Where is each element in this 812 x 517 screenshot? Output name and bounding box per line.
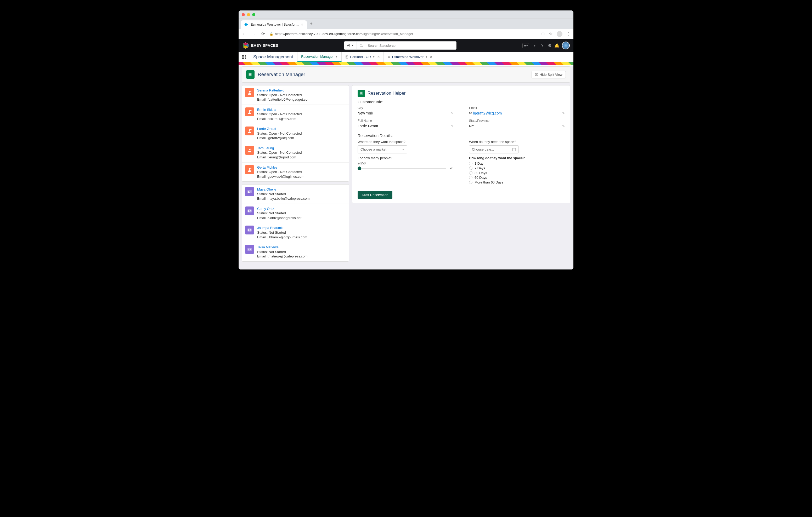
list-item-name[interactable]: Cathy Ortiz <box>257 207 301 211</box>
duration-question: How long do they want the space? <box>469 156 565 160</box>
list-item-name[interactable]: Tallia Matiewe <box>257 245 308 250</box>
list-item[interactable]: Jhumpa Bhaumik Status: Not Started Email… <box>242 223 349 242</box>
add-button[interactable]: ＋ <box>532 43 537 48</box>
nav-tab-reservation-manager[interactable]: Reservation Manager ▼ <box>297 52 342 62</box>
reservation-helper-panel: Reservation Helper Customer Info: City N… <box>352 85 570 203</box>
forward-button[interactable]: → <box>251 32 256 36</box>
hide-split-view-button[interactable]: Hide Split View <box>531 71 566 79</box>
svg-point-5 <box>360 44 362 47</box>
list-item-name[interactable]: Jhumpa Bhaumik <box>257 225 308 230</box>
chevron-down-icon[interactable]: ▼ <box>335 55 338 58</box>
people-question: For how many people? <box>357 156 453 160</box>
duration-radio-group: 1 Day7 Days30 Days60 DaysMore than 60 Da… <box>469 161 565 184</box>
new-tab-button[interactable]: + <box>307 19 316 29</box>
browser-tab[interactable]: Esmeralda Westover | Salesfor… × <box>241 20 307 29</box>
duration-radio-option[interactable]: 60 Days <box>469 176 565 180</box>
search-icon <box>357 44 366 47</box>
nav-tab-esmeralda[interactable]: Esmeralda Westover ▼ ✕ <box>384 52 436 62</box>
email-link[interactable]: lgeratt2@icq.com <box>473 111 502 115</box>
list-item[interactable]: Gerta Pickles Status: Open - Not Contact… <box>242 162 349 182</box>
list-item-name[interactable]: Serena Patterfield <box>257 88 310 93</box>
setup-gear-icon[interactable]: ⚙ <box>547 43 552 48</box>
edit-icon[interactable]: ✎ <box>562 111 565 115</box>
slider-thumb[interactable] <box>357 166 361 170</box>
star-icon[interactable]: ☆ <box>549 31 552 36</box>
svg-rect-9 <box>347 56 348 57</box>
profile-avatar[interactable] <box>557 31 562 37</box>
search-scope-dropdown[interactable]: All ▼ <box>344 41 356 50</box>
nav-tab-portland[interactable]: Portland - OR ▼ ✕ <box>342 52 383 62</box>
window-min-dot[interactable] <box>247 13 250 16</box>
radio-icon <box>469 162 472 165</box>
state-value: NY <box>469 124 474 128</box>
list-item-name[interactable]: Maya Obelle <box>257 187 310 192</box>
state-label: State/Province <box>469 119 565 123</box>
page-icon <box>246 70 255 79</box>
search-input[interactable] <box>366 44 457 48</box>
help-icon[interactable]: ? <box>540 43 545 48</box>
notifications-bell-icon[interactable]: 🔔 <box>555 43 559 48</box>
helper-title: Reservation Helper <box>368 91 406 96</box>
list-item-icon <box>245 207 254 215</box>
user-avatar[interactable] <box>562 41 570 50</box>
list-item[interactable]: Ermin Skitral Status: Open - Not Contact… <box>242 105 349 124</box>
svg-rect-38 <box>248 248 252 251</box>
brand-name: EASY SPACES <box>251 43 278 48</box>
list-item-name[interactable]: Tam Leung <box>257 146 302 151</box>
list-item[interactable]: Maya Obelle Status: Not Started Email: m… <box>242 185 349 204</box>
list-item[interactable]: Tam Leung Status: Open - Not Contacted E… <box>242 143 349 162</box>
back-button[interactable]: ← <box>241 32 247 36</box>
where-question: Where do they want the space? <box>357 140 453 144</box>
menu-icon[interactable]: ⋮ <box>567 31 571 36</box>
chevron-down-icon[interactable]: ▼ <box>373 55 375 58</box>
easy-spaces-logo-icon <box>242 42 249 49</box>
reload-button[interactable]: ⟳ <box>260 31 266 36</box>
duration-radio-option[interactable]: 1 Day <box>469 161 565 165</box>
draft-reservation-button[interactable]: Draft Reservation <box>357 191 393 199</box>
edit-icon[interactable]: ✎ <box>562 124 565 128</box>
date-picker[interactable]: Choose date... <box>469 145 519 153</box>
list-item-name[interactable]: Lorrie Geratt <box>257 126 302 131</box>
list-item-icon <box>245 165 254 174</box>
duration-radio-option[interactable]: More than 60 Days <box>469 180 565 184</box>
list-item[interactable]: Lorrie Geratt Status: Open - Not Contact… <box>242 124 349 143</box>
decorative-ribbon <box>239 62 573 65</box>
building-icon <box>345 55 348 59</box>
list-item[interactable]: Tallia Matiewe Status: Not Started Email… <box>242 242 349 262</box>
lead-list-card: Serena Patterfield Status: Open - Not Co… <box>242 85 349 182</box>
radio-icon <box>469 166 472 170</box>
brand-logo[interactable]: EASY SPACES <box>242 42 278 49</box>
address-bar[interactable]: 🔒 https://platform-efficiency-7098-dev-e… <box>269 32 538 36</box>
list-item[interactable]: Cathy Ortiz Status: Not Started Email: c… <box>242 204 349 223</box>
svg-point-39 <box>248 249 249 250</box>
edit-icon[interactable]: ✎ <box>451 111 453 115</box>
list-item-icon <box>245 88 254 97</box>
people-slider[interactable]: 20 <box>357 166 453 170</box>
list-item-icon <box>245 146 254 155</box>
duration-radio-option[interactable]: 30 Days <box>469 171 565 175</box>
left-column: Serena Patterfield Status: Open - Not Co… <box>242 85 349 262</box>
favorites-button[interactable]: ★▾ <box>522 43 529 48</box>
list-item-name[interactable]: Ermin Skitral <box>257 108 302 112</box>
close-icon[interactable]: ✕ <box>430 55 432 59</box>
svg-rect-8 <box>346 56 347 57</box>
chevron-down-icon[interactable]: ▼ <box>425 55 428 58</box>
close-icon[interactable]: × <box>301 23 303 27</box>
list-item[interactable]: Serena Patterfield Status: Open - Not Co… <box>242 86 349 105</box>
email-label: Email <box>469 106 565 110</box>
city-label: City <box>357 106 453 110</box>
split-button-label: Hide Split View <box>540 73 562 77</box>
app-launcher[interactable] <box>239 52 249 62</box>
edit-icon[interactable]: ✎ <box>451 124 453 128</box>
radio-icon <box>469 181 472 184</box>
list-item-name[interactable]: Gerta Pickles <box>257 165 304 170</box>
duration-radio-option[interactable]: 7 Days <box>469 166 565 170</box>
window-close-dot[interactable] <box>242 13 245 16</box>
svg-rect-14 <box>535 73 536 75</box>
window-max-dot[interactable] <box>252 13 255 16</box>
close-icon[interactable]: ✕ <box>377 55 380 59</box>
lock-icon: 🔒 <box>269 32 273 36</box>
zoom-icon[interactable]: ⊕ <box>541 31 545 36</box>
market-select[interactable]: Choose a market ▼ <box>357 145 407 153</box>
url-path: /lightning/n/Reservation_Manager <box>362 32 413 36</box>
